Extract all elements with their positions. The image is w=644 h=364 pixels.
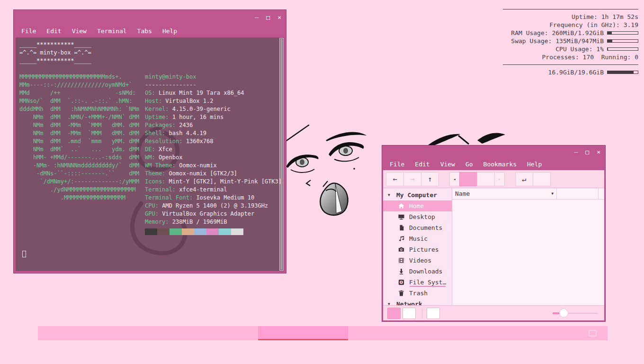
file-manager-window-buttons: –□×: [574, 146, 600, 158]
sidebar-item-videos[interactable]: Videos: [383, 255, 452, 266]
maximize-button[interactable]: □: [585, 149, 589, 155]
document-icon: [397, 224, 405, 232]
conky-bar: [607, 71, 638, 74]
sidebar-item-home[interactable]: Home: [383, 200, 452, 211]
palette-swatch: [157, 228, 170, 235]
menu-item-help[interactable]: Help: [527, 161, 542, 168]
menu-item-tabs[interactable]: Tabs: [137, 27, 152, 35]
zoom-slider-knob[interactable]: [559, 309, 568, 318]
menu-item-terminal[interactable]: Terminal: [97, 27, 127, 35]
zoom-slider[interactable]: [553, 308, 598, 319]
menu-item-help[interactable]: Help: [162, 27, 177, 35]
conky-divider: [503, 64, 638, 65]
menu-item-view[interactable]: View: [440, 161, 455, 168]
maximize-button[interactable]: □: [266, 14, 270, 20]
sidebar-toggle-button[interactable]: [427, 308, 440, 319]
film-icon: [397, 256, 405, 264]
menu-item-bookmarks[interactable]: Bookmarks: [483, 161, 517, 168]
menu-item-edit[interactable]: Edit: [415, 161, 429, 168]
file-manager-statusbar: [383, 305, 604, 320]
sidebar-item-desktop[interactable]: Desktop: [383, 211, 452, 222]
neofetch-info-line: Host: VirtualBox 1.2: [145, 97, 282, 105]
neofetch-info-line: ---------------: [145, 81, 282, 89]
sidebar-item-music[interactable]: Music: [383, 233, 452, 244]
sidebar-item-documents[interactable]: Documents: [383, 222, 452, 233]
icon-view-toggle-button[interactable]: [387, 308, 401, 319]
tree-view-toggle-button[interactable]: [402, 308, 416, 319]
notification-icon[interactable]: [589, 330, 597, 337]
sidebar-item-pictures[interactable]: Pictures: [383, 244, 452, 255]
palette-swatch: [219, 228, 231, 235]
path-button-desktop[interactable]: [477, 172, 495, 186]
file-manager-window: –□× FileEditViewGoBookmarksHelp ← → ↑ ◂ …: [382, 145, 606, 322]
conky-stat-line: Processes: 170 Running: 0: [503, 53, 638, 61]
neofetch-output: MMMMMMMMMMMMMMMMMMMMMMMMMmds+. MMm----::…: [19, 73, 284, 239]
terminal-body[interactable]: _____***********_____ =^.^= minty-box =^…: [16, 37, 284, 271]
sidebar-item-trash[interactable]: Trash: [383, 288, 452, 299]
conky-stat-line: CPU Usage: 1%: [503, 45, 638, 53]
palette-swatch: [145, 228, 157, 235]
conky-divider: [503, 9, 638, 9]
conky-bar: [607, 47, 638, 51]
neofetch-info-line: Icons: Mint-Y [GTK2], Mint-Y-Pink [GTK3]: [145, 178, 282, 186]
taskbar: [38, 326, 608, 340]
forward-button[interactable]: →: [403, 172, 421, 186]
neofetch-info-line: Kernel: 4.15.0-39-generic: [145, 105, 282, 113]
neofetch-info-line: CPU: AMD Ryzen 5 1400 (2) @ 3.193GHz: [145, 202, 282, 210]
camera-icon: [397, 246, 405, 254]
conky-bar: [607, 39, 638, 43]
menu-item-edit[interactable]: Edit: [46, 27, 61, 35]
chevron-down-icon: ▼: [388, 302, 393, 305]
neofetch-info-line: Uptime: 1 hour, 16 mins: [145, 113, 282, 121]
neofetch-info-line: Terminal: xfce4-terminal: [145, 186, 282, 194]
chevron-right-icon: ▸: [498, 177, 501, 182]
neofetch-info-line: Terminal Font: Iosevka Medium 10: [145, 194, 282, 202]
neofetch-info: minty@minty-box---------------OS: Linux …: [145, 73, 282, 239]
path-scroll-right-button[interactable]: ▸: [494, 172, 505, 186]
menu-item-file[interactable]: File: [21, 27, 36, 35]
taskbar-item-home[interactable]: [258, 326, 348, 340]
column-header-size[interactable]: [557, 188, 599, 199]
file-manager-sidebar: ▼My ComputerHomeDesktopDocumentsMusicPic…: [383, 188, 452, 305]
file-manager-menubar: FileEditViewGoBookmarksHelp: [382, 158, 605, 170]
menu-item-view[interactable]: View: [72, 27, 87, 35]
conky-stat-line: Uptime: 1h 17m 52s: [503, 13, 638, 21]
sidebar-section-my-computer[interactable]: ▼My Computer: [383, 190, 452, 200]
menu-item-file[interactable]: File: [390, 161, 404, 168]
terminal-window: –□× FileEditViewTerminalTabsHelp _____**…: [13, 9, 286, 273]
conky-stat-line: Frequency (in GHz): 3.19: [503, 21, 638, 29]
close-button[interactable]: ×: [597, 149, 600, 155]
path-scroll-left-button[interactable]: ◂: [449, 172, 460, 186]
path-button-home[interactable]: [459, 172, 477, 186]
palette-swatch: [206, 228, 219, 235]
neofetch-info-line: GPU: VirtualBox Graphics Adapter: [145, 210, 282, 218]
search-button[interactable]: [533, 172, 551, 186]
chevron-left-icon: ◂: [453, 177, 456, 182]
close-button[interactable]: ×: [277, 14, 281, 20]
up-button[interactable]: ↑: [421, 172, 439, 186]
neofetch-info-line: Shell: bash 4.4.19: [145, 129, 282, 137]
sidebar-section-network[interactable]: ▼Network: [383, 299, 452, 305]
neofetch-info-line: Packages: 2436: [145, 121, 282, 129]
file-manager-titlebar[interactable]: –□×: [382, 146, 605, 158]
neofetch-info-line: minty@minty-box: [145, 73, 282, 81]
taskbar-item-terminal[interactable]: [180, 326, 183, 340]
minimize-button[interactable]: –: [255, 14, 259, 20]
drive-icon: [397, 278, 405, 286]
minimize-button[interactable]: –: [574, 149, 578, 155]
back-button[interactable]: ←: [386, 172, 404, 186]
sidebar-item-downloads[interactable]: Downloads: [383, 266, 452, 277]
file-list-header: Name▼: [452, 188, 604, 200]
neofetch-info-line: DE: Xfce: [145, 146, 282, 154]
sidebar-item-filesyst[interactable]: File Syst…: [383, 277, 452, 288]
palette-swatch: [182, 228, 194, 235]
terminal-cursor: [22, 251, 26, 257]
music-icon: [397, 235, 405, 243]
conky-stat-line: Swap Usage: 135MiB/947MiB: [503, 37, 638, 45]
column-header-name[interactable]: Name▼: [452, 188, 557, 199]
download-icon: [397, 267, 405, 275]
open-location-button[interactable]: ↵: [515, 172, 533, 186]
terminal-titlebar[interactable]: –□×: [14, 10, 286, 24]
menu-item-go[interactable]: Go: [465, 161, 473, 168]
neofetch-info-line: WM: Openbox: [145, 154, 282, 162]
